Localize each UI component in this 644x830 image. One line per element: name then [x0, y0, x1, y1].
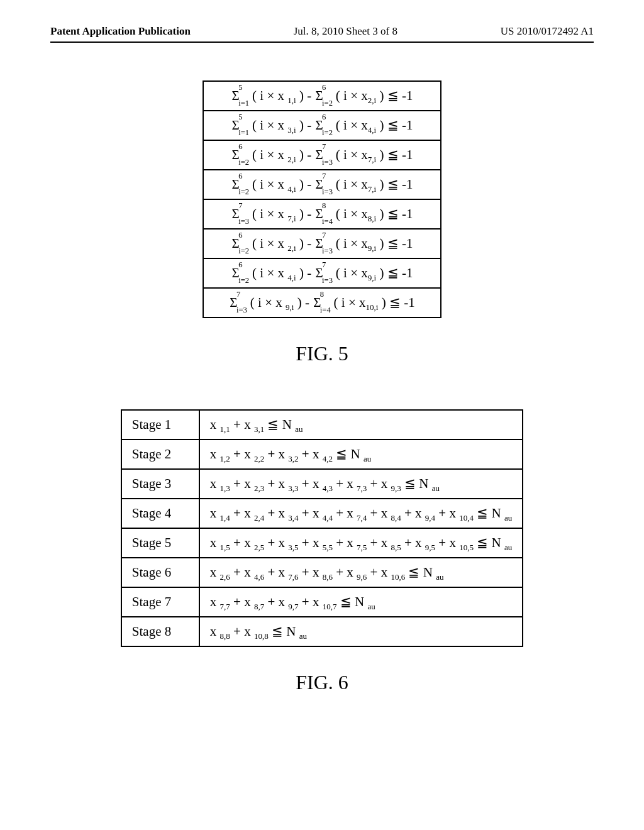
- fig6-expr-cell: x 7,7 + x 8,7 + x 9,7 + x 10,7 ≦ N au: [199, 587, 523, 617]
- table-row: Σ6i=2 ( i × x 4,i ) - Σ7i=3 ( i × x9,i )…: [203, 258, 440, 288]
- fig6-expr-cell: x 2,6 + x 4,6 + x 7,6 + x 8,6 + x 9,6 + …: [199, 558, 523, 587]
- fig5-cell: Σ5i=1 ( i × x 3,i ) - Σ6i=2 ( i × x4,i )…: [203, 111, 440, 140]
- fig6-stage-label: Stage 2: [121, 440, 199, 469]
- page-header: Patent Application Publication Jul. 8, 2…: [50, 25, 594, 38]
- table-row: Stage 5x 1,5 + x 2,5 + x 3,5 + x 5,5 + x…: [121, 528, 523, 558]
- fig6-expr-cell: x 1,5 + x 2,5 + x 3,5 + x 5,5 + x 7,5 + …: [199, 528, 523, 558]
- table-row: Σ7i=3 ( i × x 9,i ) - Σ8i=4 ( i × x10,i …: [203, 288, 440, 318]
- table-row: Stage 6x 2,6 + x 4,6 + x 7,6 + x 8,6 + x…: [121, 558, 523, 587]
- fig6-expr-cell: x 1,4 + x 2,4 + x 3,4 + x 4,4 + x 7,4 + …: [199, 499, 523, 528]
- fig6-stage-label: Stage 7: [121, 587, 199, 617]
- fig6-expr-cell: x 1,3 + x 2,3 + x 3,3 + x 4,3 + x 7,3 + …: [199, 469, 523, 499]
- table-row: Stage 2x 1,2 + x 2,2 + x 3,2 + x 4,2 ≦ N…: [121, 440, 523, 469]
- header-rule: [50, 42, 594, 43]
- fig5-caption: FIG. 5: [50, 342, 594, 365]
- table-row: Σ6i=2 ( i × x 2,i ) - Σ7i=3 ( i × x9,i )…: [203, 229, 440, 258]
- fig6-expr-cell: x 8,8 + x 10,8 ≦ N au: [199, 617, 523, 646]
- fig6-stage-label: Stage 5: [121, 528, 199, 558]
- header-date-sheet: Jul. 8, 2010 Sheet 3 of 8: [294, 25, 397, 38]
- fig5-cell: Σ6i=2 ( i × x 2,i ) - Σ7i=3 ( i × x9,i )…: [203, 229, 440, 258]
- table-row: Σ5i=1 ( i × x 3,i ) - Σ6i=2 ( i × x4,i )…: [203, 111, 440, 140]
- fig5-cell: Σ6i=2 ( i × x 2,i ) - Σ7i=3 ( i × x7,i )…: [203, 140, 440, 170]
- table-row: Stage 3x 1,3 + x 2,3 + x 3,3 + x 4,3 + x…: [121, 469, 523, 499]
- fig6-caption: FIG. 6: [50, 671, 594, 694]
- figure-6: Stage 1x 1,1 + x 3,1 ≦ N auStage 2x 1,2 …: [50, 409, 594, 694]
- fig5-cell: Σ5i=1 ( i × x 1,i ) - Σ6i=2 ( i × x2,i )…: [203, 81, 440, 111]
- table-row: Σ6i=2 ( i × x 4,i ) - Σ7i=3 ( i × x7,i )…: [203, 170, 440, 199]
- fig5-cell: Σ6i=2 ( i × x 4,i ) - Σ7i=3 ( i × x7,i )…: [203, 170, 440, 199]
- fig6-table: Stage 1x 1,1 + x 3,1 ≦ N auStage 2x 1,2 …: [121, 409, 523, 647]
- table-row: Σ7i=3 ( i × x 7,i ) - Σ8i=4 ( i × x8,i )…: [203, 199, 440, 229]
- table-row: Stage 7x 7,7 + x 8,7 + x 9,7 + x 10,7 ≦ …: [121, 587, 523, 617]
- fig6-stage-label: Stage 3: [121, 469, 199, 499]
- fig6-stage-label: Stage 1: [121, 410, 199, 440]
- fig6-stage-label: Stage 4: [121, 499, 199, 528]
- fig5-cell: Σ7i=3 ( i × x 7,i ) - Σ8i=4 ( i × x8,i )…: [203, 199, 440, 229]
- table-row: Σ5i=1 ( i × x 1,i ) - Σ6i=2 ( i × x2,i )…: [203, 81, 440, 111]
- fig6-stage-label: Stage 8: [121, 617, 199, 646]
- table-row: Stage 4x 1,4 + x 2,4 + x 3,4 + x 4,4 + x…: [121, 499, 523, 528]
- fig5-cell: Σ7i=3 ( i × x 9,i ) - Σ8i=4 ( i × x10,i …: [203, 288, 440, 318]
- fig6-expr-cell: x 1,1 + x 3,1 ≦ N au: [199, 410, 523, 440]
- fig6-stage-label: Stage 6: [121, 558, 199, 587]
- header-publication: Patent Application Publication: [50, 25, 191, 38]
- table-row: Stage 1x 1,1 + x 3,1 ≦ N au: [121, 410, 523, 440]
- fig5-cell: Σ6i=2 ( i × x 4,i ) - Σ7i=3 ( i × x9,i )…: [203, 258, 440, 288]
- fig5-table: Σ5i=1 ( i × x 1,i ) - Σ6i=2 ( i × x2,i )…: [203, 80, 441, 318]
- table-row: Σ6i=2 ( i × x 2,i ) - Σ7i=3 ( i × x7,i )…: [203, 140, 440, 170]
- table-row: Stage 8x 8,8 + x 10,8 ≦ N au: [121, 617, 523, 646]
- header-pub-number: US 2010/0172492 A1: [501, 25, 594, 38]
- figure-5: Σ5i=1 ( i × x 1,i ) - Σ6i=2 ( i × x2,i )…: [50, 80, 594, 365]
- fig6-expr-cell: x 1,2 + x 2,2 + x 3,2 + x 4,2 ≦ N au: [199, 440, 523, 469]
